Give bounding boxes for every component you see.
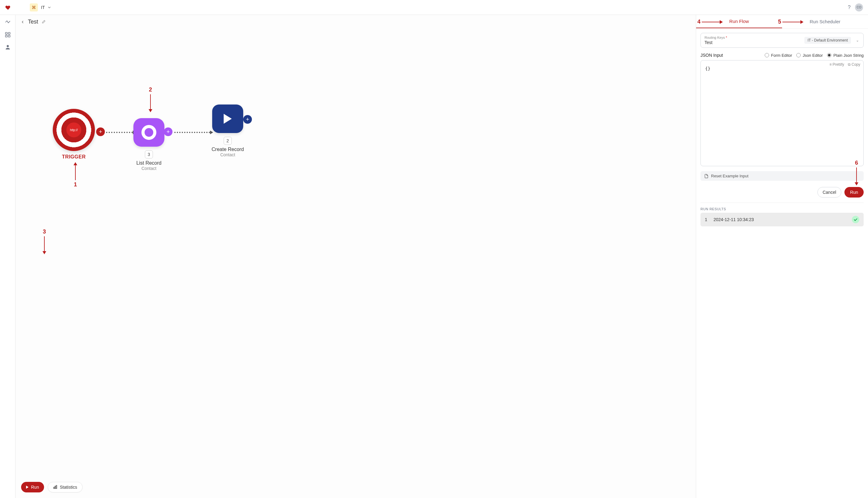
reset-example-button[interactable]: Reset Example Input (700, 171, 864, 181)
result-timestamp: 2024-12-11 10:34:23 (713, 217, 754, 222)
svg-rect-7 (56, 485, 57, 489)
add-after-list-button[interactable]: + (164, 128, 172, 136)
annotation-3: 3 (43, 228, 46, 252)
add-after-create-button[interactable]: + (243, 115, 252, 124)
svg-rect-2 (5, 35, 7, 37)
node-trigger[interactable]: http:// TRIGGER (53, 109, 95, 160)
annotation-2: 2 (149, 87, 152, 110)
radio-json-editor[interactable]: Json Editor (796, 53, 823, 58)
list-record-badge: 3 (145, 150, 153, 158)
canvas[interactable]: http:// TRIGGER + 3 List Record Contact … (15, 29, 696, 498)
chevron-down-icon[interactable]: ⌄ (856, 38, 859, 42)
run-results-label: RUN RESULTS (700, 207, 864, 211)
add-after-trigger-button[interactable]: + (96, 128, 105, 136)
list-record-subtitle: Contact (141, 166, 156, 171)
svg-rect-5 (53, 487, 54, 489)
node-list-record[interactable]: 3 List Record Contact (133, 118, 165, 171)
user-icon[interactable] (5, 44, 11, 50)
create-record-icon (212, 105, 243, 133)
avatar[interactable]: CO (855, 3, 863, 12)
svg-rect-1 (8, 32, 10, 35)
run-panel: Run Flow Run Scheduler 4 5 Routing Keys … (696, 15, 868, 498)
app-logo-icon (5, 4, 11, 11)
result-status-success-icon (852, 216, 859, 223)
svg-rect-6 (55, 486, 55, 489)
topbar: ⌘ IT ? CO (0, 0, 868, 15)
annotation-5: 5 (778, 18, 801, 25)
environment-tag: IT - Default Environment (804, 37, 851, 44)
canvas-header: Test (15, 15, 696, 29)
json-tools: ≡Prettify ⧉Copy (830, 62, 860, 67)
radio-plain-json[interactable]: Plain Json String (827, 53, 864, 58)
back-icon[interactable] (21, 20, 25, 24)
statistics-button[interactable]: Statistics (48, 482, 82, 493)
create-record-badge: 2 (224, 137, 232, 145)
svg-rect-3 (8, 35, 10, 37)
play-icon (26, 486, 28, 489)
chart-icon (53, 485, 57, 489)
result-index: 1 (705, 217, 713, 222)
copy-button[interactable]: ⧉Copy (848, 62, 860, 67)
flow-name: Test (28, 18, 38, 25)
main: Test http:// TRIGGER + 3 List Record Con… (0, 15, 868, 498)
run-button[interactable]: Run (844, 187, 864, 198)
annotation-4: 4 (697, 18, 720, 25)
node-create-record[interactable]: 2 Create Record Contact (211, 105, 244, 157)
create-record-title: Create Record (211, 147, 244, 152)
trigger-label: TRIGGER (62, 154, 86, 160)
canvas-footer: Run Statistics (21, 482, 82, 493)
document-icon (704, 174, 709, 178)
annotation-6: 6 (855, 160, 858, 183)
cancel-button[interactable]: Cancel (817, 187, 842, 198)
trigger-inner-dot: http:// (66, 122, 81, 137)
radio-form-editor[interactable]: Form Editor (765, 53, 792, 58)
apps-icon[interactable] (5, 31, 11, 38)
help-icon[interactable]: ? (848, 5, 851, 10)
list-record-title: List Record (137, 160, 161, 166)
result-row[interactable]: 1 2024-12-11 10:34:23 (700, 213, 864, 226)
prettify-button[interactable]: ≡Prettify (830, 62, 844, 67)
list-record-icon (133, 118, 165, 147)
canvas-area: Test http:// TRIGGER + 3 List Record Con… (15, 15, 696, 498)
json-input-label: JSON Input (700, 53, 723, 58)
run-tabs: Run Flow Run Scheduler 4 5 (696, 15, 868, 28)
annotation-1: 1 (74, 165, 77, 188)
create-record-subtitle: Contact (220, 152, 235, 157)
json-editor-box[interactable]: ≡Prettify ⧉Copy {} (700, 60, 864, 166)
json-input-row: JSON Input Form Editor Json Editor Plain… (700, 53, 864, 58)
connector-1 (106, 132, 133, 133)
routing-keys-field[interactable]: Routing Keys * Test IT - Default Environ… (700, 33, 864, 48)
panel-actions: Cancel Run 6 (700, 187, 864, 203)
workspace-name[interactable]: IT (41, 5, 45, 10)
chevron-down-icon[interactable] (47, 5, 52, 10)
canvas-run-button[interactable]: Run (21, 482, 44, 493)
editor-radiogroup: Form Editor Json Editor Plain Json Strin… (765, 53, 864, 58)
workspace-badge-icon: ⌘ (30, 3, 38, 12)
flows-icon[interactable] (5, 19, 11, 25)
svg-rect-0 (5, 32, 7, 35)
connector-2 (174, 132, 210, 133)
edit-icon[interactable] (41, 20, 46, 24)
trigger-circle-icon: http:// (53, 109, 95, 151)
svg-point-4 (7, 45, 9, 47)
sidebar (0, 15, 15, 498)
